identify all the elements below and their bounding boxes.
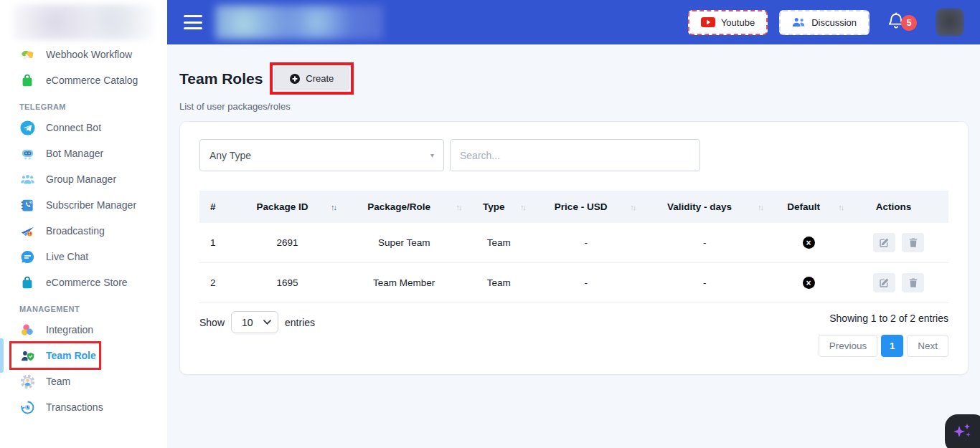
create-button[interactable]: Create — [274, 67, 349, 90]
cell-price: - — [531, 263, 641, 303]
sidebar-item-broadcasting[interactable]: 1 Broadcasting — [0, 218, 167, 244]
previous-page-button[interactable]: Previous — [819, 335, 878, 357]
sort-arrows-icon[interactable]: ↑↓ — [456, 203, 461, 211]
delete-button[interactable] — [902, 233, 924, 252]
top-navbar: Youtube Discussion 5 — [167, 0, 980, 44]
sidebar-item-webhook-workflow[interactable]: Webhook Workflow — [0, 42, 167, 67]
youtube-button-label: Youtube — [721, 17, 755, 28]
column-header-actions: Actions — [849, 191, 948, 223]
select-caret-icon: ▾ — [430, 151, 434, 159]
sidebar-item-live-chat[interactable]: Live Chat — [0, 244, 167, 270]
cell-package-id: 2691 — [233, 223, 341, 263]
page-size-select[interactable]: 10 — [231, 311, 278, 333]
contact-book-icon — [19, 197, 35, 213]
sort-arrows-icon[interactable]: ↑↓ — [331, 203, 336, 211]
sidebar-logo-blurred — [13, 4, 154, 40]
current-page-button[interactable]: 1 — [881, 335, 903, 357]
page-title: Team Roles — [179, 70, 263, 87]
team-roles-table: # Package ID↑↓ Package/Role↑↓ Type↑↓ Pri… — [199, 191, 948, 303]
team-gear-icon — [19, 373, 35, 389]
show-label: Show — [199, 317, 225, 328]
sort-arrows-icon[interactable]: ↑↓ — [630, 203, 635, 211]
sidebar-item-integration[interactable]: Integration — [0, 317, 167, 343]
create-button-label: Create — [306, 73, 334, 84]
discussion-people-icon — [792, 17, 806, 27]
integration-circles-icon — [19, 322, 35, 338]
sidebar-item-label: Connect Bot — [46, 122, 101, 133]
annotation-box-create: Create — [270, 62, 354, 95]
next-page-button[interactable]: Next — [907, 335, 948, 357]
people-group-icon — [19, 171, 35, 187]
chat-bubble-icon — [19, 249, 35, 264]
sidebar-item-ecommerce-catalog[interactable]: eCommerce Catalog — [0, 67, 167, 93]
sidebar-item-label: eCommerce Catalog — [46, 75, 138, 86]
search-input[interactable] — [450, 139, 700, 171]
cell-type: Team — [466, 223, 531, 263]
webhook-workflow-icon — [19, 47, 35, 62]
sidebar-item-label: Team — [46, 376, 70, 387]
sidebar-item-label: Broadcasting — [46, 225, 105, 237]
type-filter-select[interactable]: Any Type ▾ — [199, 139, 444, 171]
delete-button[interactable] — [902, 273, 924, 292]
notifications-button[interactable]: 5 — [887, 11, 908, 33]
sidebar-section-telegram: TELEGRAM — [0, 103, 167, 111]
pagination: Previous 1 Next — [819, 335, 948, 357]
sidebar-item-group-manager[interactable]: Group Manager — [0, 166, 167, 192]
ai-assistant-button[interactable] — [945, 414, 980, 448]
column-header-validity: Validity - days↑↓ — [641, 191, 768, 223]
robot-icon — [19, 146, 35, 161]
cell-validity: - — [641, 223, 768, 263]
sidebar-item-label: Integration — [46, 324, 93, 335]
team-roles-card: Any Type ▾ # Package ID↑↓ Package/Role↑↓… — [179, 121, 969, 375]
chevron-down-icon — [263, 320, 271, 325]
cell-package-role: Team Member — [341, 263, 466, 303]
table-row: 2 1695 Team Member Team - - × — [199, 263, 948, 303]
sidebar-item-label: Transactions — [46, 401, 103, 413]
discussion-button[interactable]: Discussion — [779, 10, 870, 35]
sidebar-item-bot-manager[interactable]: Bot Manager — [0, 140, 167, 166]
sidebar-item-subscriber-manager[interactable]: Subscriber Manager — [0, 192, 167, 218]
svg-text:1: 1 — [29, 232, 31, 235]
edit-button[interactable] — [873, 273, 895, 292]
cell-validity: - — [641, 263, 768, 303]
broadcast-plane-icon: 1 — [19, 223, 35, 239]
team-role-shield-icon — [19, 348, 35, 363]
cell-num: 1 — [199, 223, 233, 263]
sidebar-item-label: Group Manager — [46, 173, 116, 185]
x-circle-icon: × — [803, 237, 815, 249]
cell-actions — [849, 223, 948, 263]
cell-default: × — [768, 263, 849, 303]
sidebar-item-ecommerce-store[interactable]: eCommerce Store — [0, 270, 167, 295]
avatar-image-blurred — [936, 8, 964, 37]
menu-toggle-button[interactable] — [184, 15, 202, 29]
sidebar-item-transactions[interactable]: Transactions — [0, 394, 167, 420]
page-subtitle: List of user packages/roles — [179, 101, 969, 112]
sort-arrows-icon[interactable]: ↑↓ — [838, 203, 843, 211]
sidebar: Webhook Workflow eCommerce Catalog TELEG… — [0, 0, 167, 448]
sidebar-item-label: eCommerce Store — [46, 277, 128, 288]
column-header-package-id: Package ID↑↓ — [233, 191, 341, 223]
page-size-value: 10 — [242, 317, 253, 328]
youtube-button[interactable]: Youtube — [688, 10, 768, 35]
cell-package-role: Super Team — [341, 223, 466, 263]
sidebar-item-label: Webhook Workflow — [46, 49, 132, 60]
user-avatar[interactable] — [936, 8, 964, 37]
ecommerce-catalog-icon — [19, 72, 35, 88]
sidebar-item-team[interactable]: Team — [0, 368, 167, 394]
sidebar-item-connect-bot[interactable]: Connect Bot — [0, 115, 167, 140]
column-header-default: Default↑↓ — [768, 191, 849, 223]
sidebar-item-label: Live Chat — [46, 251, 88, 262]
column-header-price: Price - USD↑↓ — [531, 191, 641, 223]
sort-arrows-icon[interactable]: ↑↓ — [520, 203, 525, 211]
plus-circle-icon — [290, 74, 300, 84]
edit-button[interactable] — [873, 233, 895, 252]
sidebar-item-team-role[interactable]: Team Role — [0, 343, 167, 368]
sidebar-item-label: Team Role — [46, 350, 96, 361]
main-content: Team Roles Create List of user packages/… — [167, 44, 980, 448]
transactions-history-icon — [19, 399, 35, 415]
sidebar-section-management: MANAGEMENT — [0, 305, 167, 313]
column-header-num: # — [199, 191, 233, 223]
discussion-button-label: Discussion — [811, 17, 857, 28]
sort-arrows-icon[interactable]: ↑↓ — [758, 203, 763, 211]
sparkles-icon — [951, 421, 973, 442]
